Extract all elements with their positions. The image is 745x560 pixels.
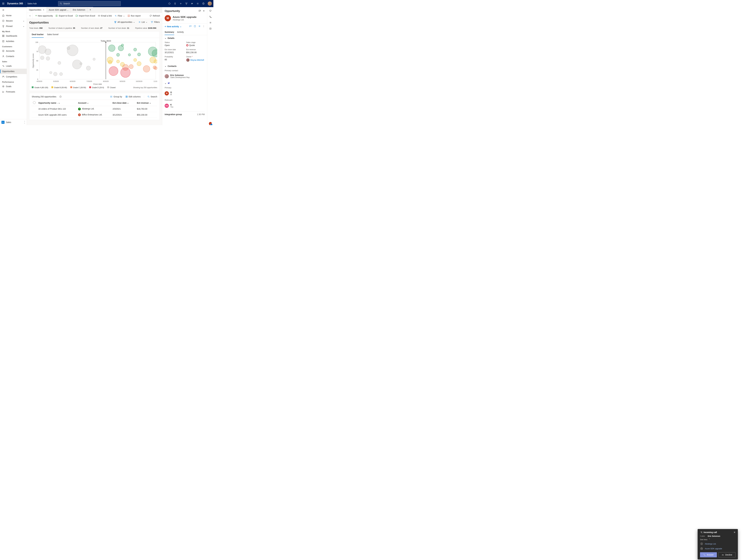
layout-selector[interactable]: List⌄ <box>138 21 148 23</box>
edit-columns-button[interactable]: Edit columns <box>125 96 140 98</box>
import-excel-button[interactable]: Import from Excel <box>75 14 95 17</box>
table-row[interactable]: Azure SDK upgrade 200 users MBiffco Ente… <box>32 112 157 118</box>
nav-competitors[interactable]: Competitors <box>0 74 27 79</box>
col-account[interactable]: Account ⌄ <box>77 100 111 106</box>
run-report-button[interactable]: Run report <box>128 14 141 17</box>
refresh-button[interactable]: Refresh <box>150 14 160 17</box>
page-tabs: Opportunities✕ Azure SDK upgrad ... Eric… <box>27 7 162 13</box>
group-by-button[interactable]: Group by <box>110 96 122 98</box>
flow-button[interactable]: Flow⌄ <box>115 14 125 17</box>
tab-opportunities[interactable]: Opportunities✕ <box>27 7 46 13</box>
filters-button[interactable]: Filters <box>151 21 160 23</box>
leaf-icon <box>2 65 4 67</box>
nav-pinned[interactable]: Pinned⌄ <box>0 24 27 29</box>
nav-leads[interactable]: Leads <box>0 63 27 69</box>
list-icon[interactable] <box>198 25 200 28</box>
waffle-icon[interactable] <box>1 2 5 5</box>
target-icon[interactable] <box>168 2 171 5</box>
view-selector[interactable]: All opportunities⌄ <box>114 21 135 23</box>
stage-ring-icon <box>186 44 188 46</box>
filter-icon[interactable] <box>185 2 188 5</box>
teams-chat-icon[interactable] <box>209 9 212 12</box>
col-est-revenue[interactable]: Est revenue ⌄ <box>136 100 157 106</box>
svg-point-31 <box>3 56 4 56</box>
tab-azure-sdk[interactable]: Azure SDK upgrad ... <box>46 7 71 13</box>
user-avatar[interactable] <box>208 1 212 6</box>
panel-icon[interactable] <box>209 27 212 30</box>
metrics-row: Total deals650 Number of deals in pipeli… <box>29 27 160 29</box>
section-contacts[interactable]: ⌄Contacts <box>165 65 205 67</box>
back-button[interactable] <box>29 13 33 19</box>
report-icon <box>128 14 130 17</box>
time-label: 1:30 PM <box>197 113 205 116</box>
page-title: Opportunities <box>29 21 49 24</box>
contact-initials: KS <box>165 104 169 108</box>
popout-icon[interactable] <box>198 10 201 12</box>
primary-contact[interactable]: Eric Solomon Sales Development Rep <box>165 74 205 78</box>
nav-section-performance: Performance <box>0 79 27 84</box>
svg-point-78 <box>117 60 120 63</box>
help-icon[interactable] <box>202 2 205 5</box>
pivot-summary[interactable]: Summary <box>165 29 174 35</box>
chat-icon[interactable] <box>189 25 192 28</box>
svg-point-104 <box>93 58 95 61</box>
tasks-icon[interactable] <box>209 21 212 24</box>
opportunities-table: Opportunity name ↓ ⌄ Account ⌄ Est close… <box>32 100 157 118</box>
phone-icon[interactable] <box>209 15 212 18</box>
info-icon[interactable] <box>59 96 62 98</box>
contact-avatar <box>165 74 169 78</box>
chart-tab-deal-tracker[interactable]: Deal tracker <box>32 31 44 38</box>
svg-point-73 <box>137 53 141 56</box>
table-row[interactable]: 16 orders of Product SKU JJ2 AAbstergo L… <box>32 106 157 112</box>
global-search[interactable]: Search <box>58 1 121 6</box>
col-opportunity-name[interactable]: Opportunity name ↓ ⌄ <box>37 100 77 106</box>
add-icon[interactable] <box>180 2 182 5</box>
owner-link[interactable]: Reyna Mitchell <box>186 58 205 62</box>
tab-eric-solomon[interactable]: Eric Solomon <box>71 7 88 13</box>
export-excel-button[interactable]: Export to Excel <box>56 14 73 17</box>
primary-account[interactable]: M GM <box>165 91 205 96</box>
select-all-checkbox[interactable] <box>33 101 36 104</box>
svg-text:6/20/20: 6/20/20 <box>70 80 75 82</box>
deal-tracker-chart[interactable]: 02550751004/20/205/20/206/20/207/20/208/… <box>32 39 157 86</box>
chart-tab-sales-funnel[interactable]: Sales funnel <box>47 31 58 38</box>
tab-add[interactable]: + <box>88 7 93 13</box>
gear-icon[interactable] <box>196 2 199 5</box>
relevant-contact[interactable]: KS KYou <box>165 103 205 108</box>
hamburger-icon[interactable] <box>0 7 27 13</box>
pin-icon <box>2 25 4 27</box>
nav-goals[interactable]: Goals <box>0 84 27 89</box>
nav-dashboards[interactable]: Dashboards <box>0 33 27 39</box>
assistant-icon[interactable] <box>191 2 193 5</box>
note-icon[interactable] <box>194 25 196 28</box>
nav-recent[interactable]: Recent⌄ <box>0 18 27 24</box>
area-switcher[interactable]: S Sales ⌃⌄ <box>0 119 27 125</box>
col-est-close[interactable]: Est close date ⌄ <box>111 100 136 106</box>
new-activity-button[interactable]: +New activity⌄ <box>165 25 182 28</box>
svg-point-0 <box>2 3 3 3</box>
section-teams[interactable]: ⌄ <box>165 82 205 85</box>
nav-section-mywork: My Work <box>0 29 27 33</box>
section-details[interactable]: ⌄Details <box>165 37 205 39</box>
lightbulb-icon[interactable] <box>174 2 176 5</box>
nav-opportunities[interactable]: Opportunities <box>0 69 27 74</box>
record-badge-icon[interactable] <box>209 122 212 125</box>
close-panel-icon[interactable]: ✕ <box>203 10 205 12</box>
nav-activities[interactable]: Activities <box>0 39 27 44</box>
svg-point-94 <box>46 57 50 60</box>
new-opportunity-button[interactable]: +New opportunity <box>35 14 53 17</box>
nav-accounts[interactable]: Accounts <box>0 48 27 54</box>
integration-group[interactable]: Integration group <box>165 113 182 116</box>
nav-contacts[interactable]: Contacts <box>0 54 27 59</box>
close-icon[interactable]: ✕ <box>43 9 44 11</box>
hub-label[interactable]: Sales hub <box>27 2 37 5</box>
grid-search-button[interactable]: Search <box>148 96 157 98</box>
more-icon[interactable]: ⋮ <box>203 25 205 28</box>
svg-point-90 <box>121 68 130 77</box>
pivot-activity[interactable]: Activity <box>177 29 184 35</box>
nav-home[interactable]: Home <box>0 13 27 18</box>
brand[interactable]: Dynamics 365 <box>7 2 23 5</box>
nav-forecasts[interactable]: Forecasts <box>0 89 27 94</box>
svg-point-9 <box>60 3 61 4</box>
email-link-button[interactable]: Email a link <box>98 14 112 17</box>
